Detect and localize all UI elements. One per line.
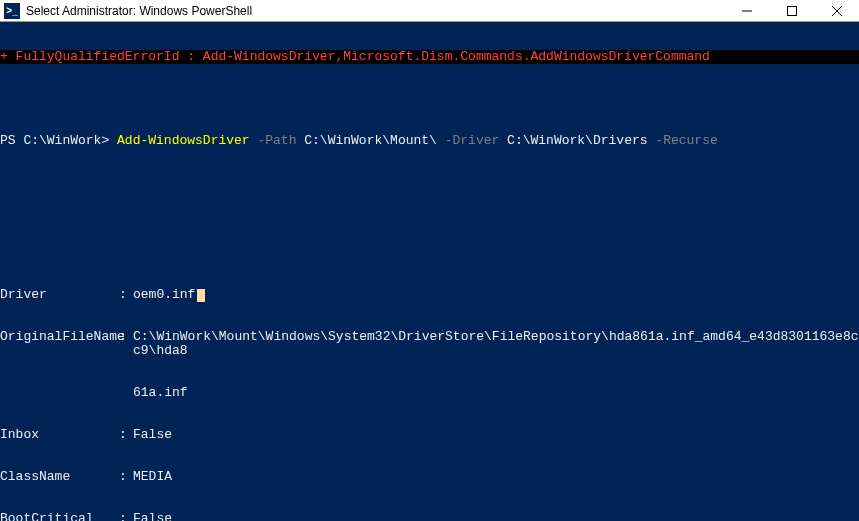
label-bootcritical: BootCritical: [0, 512, 119, 521]
value-classname: MEDIA: [133, 470, 859, 484]
label-origfile: OriginalFileName: [0, 330, 119, 358]
prompt-line: PS C:\WinWork> Add-WindowsDriver -Path C…: [0, 134, 859, 148]
value-driver: oem0.inf: [133, 288, 859, 302]
terminal-output[interactable]: + FullyQualifiedErrorId : Add-WindowsDri…: [0, 22, 859, 521]
kv-sep: :: [119, 330, 133, 358]
param-driver: -Driver: [437, 133, 507, 148]
maximize-button[interactable]: [769, 0, 814, 21]
value-origfile: C:\WinWork\Mount\Windows\System32\Driver…: [133, 330, 859, 358]
cmdlet-name: Add-WindowsDriver: [117, 133, 250, 148]
kv-sep: :: [119, 512, 133, 521]
arg-path: C:\WinWork\Mount\: [304, 133, 437, 148]
blank-line: [0, 176, 859, 190]
label-classname: ClassName: [0, 470, 119, 484]
inbox-row: Inbox: False: [0, 428, 859, 442]
close-button[interactable]: [814, 0, 859, 21]
kv-sep: :: [119, 288, 133, 302]
driver-row: Driver: oem0.inf: [0, 288, 859, 302]
value-bootcritical: False: [133, 512, 859, 521]
bootcritical-row: BootCritical: False: [0, 512, 859, 521]
text-cursor: [197, 289, 205, 302]
window-titlebar: >_ Select Administrator: Windows PowerSh…: [0, 0, 859, 22]
error-line: + FullyQualifiedErrorId : Add-WindowsDri…: [0, 50, 859, 64]
value-inbox: False: [133, 428, 859, 442]
ps-prompt: PS C:\WinWork>: [0, 133, 117, 148]
kv-sep: :: [119, 428, 133, 442]
kv-sep: :: [119, 470, 133, 484]
blank-line: [0, 218, 859, 232]
classname-row: ClassName: MEDIA: [0, 470, 859, 484]
param-path: -Path: [250, 133, 305, 148]
arg-driver: C:\WinWork\Drivers: [507, 133, 647, 148]
label-inbox: Inbox: [0, 428, 119, 442]
blank-line: [0, 92, 859, 106]
origfile-cont: 61a.inf: [0, 386, 859, 400]
powershell-icon: >_: [4, 3, 20, 19]
svg-rect-1: [787, 6, 796, 15]
minimize-button[interactable]: [724, 0, 769, 21]
origfile-row: OriginalFileName: C:\WinWork\Mount\Windo…: [0, 330, 859, 358]
window-controls: [724, 0, 859, 21]
label-driver: Driver: [0, 288, 119, 302]
window-title: Select Administrator: Windows PowerShell: [26, 4, 724, 18]
param-recurse: -Recurse: [648, 133, 718, 148]
